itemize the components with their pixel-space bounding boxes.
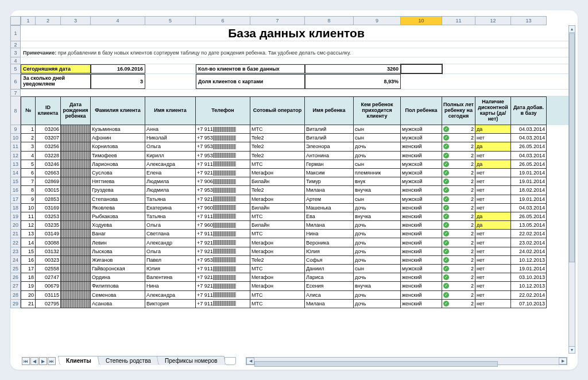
table-row[interactable]: 803015ГруздеваЛюдмила+7 953 Tele2Миланав…	[21, 186, 572, 195]
table-cell[interactable]: Милана	[305, 300, 354, 308]
table-cell[interactable]: Даниил	[305, 265, 354, 273]
table-cell[interactable]: Афонин	[91, 134, 145, 142]
table-cell[interactable]: ✓2	[442, 186, 475, 195]
table-cell[interactable]: Екатерина	[145, 204, 196, 212]
table-cell[interactable]: +7 953	[196, 256, 250, 265]
table-cell[interactable]: мужской	[401, 195, 442, 204]
table-cell[interactable]: 8	[21, 186, 36, 195]
table-cell[interactable]: 03207	[36, 134, 61, 142]
table-cell[interactable]	[61, 273, 91, 282]
table-cell[interactable]: сын	[354, 125, 401, 134]
table-cell[interactable]: Гайворонская	[91, 265, 145, 273]
table-cell[interactable]: нет	[475, 256, 511, 265]
table-cell[interactable]: ✓2	[442, 142, 475, 151]
table-cell[interactable]: 26.05.2014	[511, 142, 547, 151]
table-cell[interactable]: 04.03.2014	[511, 125, 547, 134]
table-cell[interactable]: 26.05.2014	[511, 212, 547, 221]
table-row[interactable]: 403228ТимофеевКирилл+7 953 Tele2Антонина…	[21, 152, 572, 160]
table-cell[interactable]: +7 921	[196, 238, 250, 247]
table-cell[interactable]	[61, 212, 91, 221]
table-cell[interactable]: +7 921	[196, 169, 250, 177]
table-cell[interactable]: Кузьминова	[91, 125, 145, 134]
table-cell[interactable]: 5	[21, 160, 36, 169]
row-header-20[interactable]: 20	[10, 221, 21, 230]
table-header-cell[interactable]: Имя ребенка	[305, 96, 354, 125]
table-cell[interactable]: женский	[401, 291, 442, 300]
row-header-13[interactable]: 13	[10, 160, 21, 169]
table-cell[interactable]: Людмила	[145, 177, 196, 186]
table-cell[interactable]: Мегафон	[250, 273, 305, 282]
table-cell[interactable]: 02795	[36, 300, 61, 308]
table-cell[interactable]: Tele2	[250, 142, 305, 151]
table-header-cell[interactable]: Дата добав. в базу	[511, 96, 547, 125]
table-row[interactable]: 1503132ЛысковаОльга+7 921 МегафонЮлиядоч…	[21, 247, 572, 256]
table-cell[interactable]: 26.05.2014	[511, 160, 547, 169]
table-cell[interactable]: сын	[354, 265, 401, 273]
table-cell[interactable]: дочь	[354, 230, 401, 238]
table-row[interactable]: 303256КорниловаОльга+7 953 Tele2Элеонора…	[21, 142, 572, 151]
row-header-26[interactable]: 26	[10, 273, 21, 282]
table-cell[interactable]: ✓2	[442, 256, 475, 265]
scroll-down-button[interactable]: ▼	[569, 346, 575, 353]
table-cell[interactable]	[61, 247, 91, 256]
table-cell[interactable]: +7 911	[196, 160, 250, 169]
table-cell[interactable]: Виталий	[305, 134, 354, 142]
table-cell[interactable]	[61, 265, 91, 273]
table-cell[interactable]	[61, 195, 91, 204]
table-row[interactable]: 1403088ЛевинАлександр+7 921 МегафонВерон…	[21, 238, 572, 247]
scroll-right-button[interactable]: ▶	[559, 358, 567, 365]
row-header-21[interactable]: 21	[10, 230, 21, 238]
table-cell[interactable]: ✓2	[442, 265, 475, 273]
table-cell[interactable]: 03149	[36, 230, 61, 238]
tab-last-button[interactable]: ⏭	[48, 357, 56, 365]
table-cell[interactable]	[61, 169, 91, 177]
table-cell[interactable]: Левин	[91, 238, 145, 247]
table-cell[interactable]: нет	[475, 204, 511, 212]
table-cell[interactable]: +7 911	[196, 212, 250, 221]
table-cell[interactable]: дочь	[354, 273, 401, 282]
table-row[interactable]: 602663СусловаЕлена+7 921 МегафонМаксимпл…	[21, 169, 572, 177]
table-cell[interactable]: Билайн	[250, 221, 305, 230]
row-header-17[interactable]: 17	[10, 195, 21, 204]
column-header-4[interactable]: 4	[91, 16, 145, 25]
table-cell[interactable]: 03088	[36, 238, 61, 247]
table-cell[interactable]: 03.10.2013	[511, 273, 547, 282]
table-cell[interactable]: Груздева	[91, 186, 145, 195]
table-cell[interactable]: Мегафон	[250, 238, 305, 247]
table-header-cell[interactable]: Полных лет ребенку на сегодня	[442, 96, 475, 125]
table-cell[interactable]: +7 911	[196, 265, 250, 273]
table-cell[interactable]: ✓2	[442, 125, 475, 134]
table-cell[interactable]: 12	[21, 221, 36, 230]
row-header-7[interactable]: 7	[10, 90, 21, 96]
table-cell[interactable]: нет	[475, 177, 511, 186]
row-header-12[interactable]: 12	[10, 152, 21, 160]
table-cell[interactable]: 18	[21, 273, 36, 282]
table-cell[interactable]: да	[475, 125, 511, 134]
table-cell[interactable]: +7 911	[196, 291, 250, 300]
table-cell[interactable]: Мегафон	[250, 282, 305, 290]
table-cell[interactable]: Вероника	[305, 238, 354, 247]
table-cell[interactable]: Татьяна	[145, 212, 196, 221]
table-cell[interactable]: Людмила	[145, 186, 196, 195]
row-header-16[interactable]: 16	[10, 186, 21, 195]
table-cell[interactable]: Максим	[305, 169, 354, 177]
table-cell[interactable]: 22.02.2014	[511, 230, 547, 238]
table-cell[interactable]: женский	[401, 247, 442, 256]
table-cell[interactable]: сын	[354, 160, 401, 169]
row-header-6[interactable]: 6	[10, 74, 21, 90]
table-cell[interactable]: мужской	[401, 265, 442, 273]
table-cell[interactable]: 02558	[36, 265, 61, 273]
table-cell[interactable]: 19.01.2014	[511, 169, 547, 177]
table-cell[interactable]: женский	[401, 238, 442, 247]
table-row[interactable]: 1600323ЖигановПавел+7 953 Tele2Софьядочь…	[21, 256, 572, 265]
table-cell[interactable]	[61, 282, 91, 290]
table-cell[interactable]: ✓2	[442, 300, 475, 308]
table-cell[interactable]: дочь	[354, 300, 401, 308]
table-cell[interactable]: внук	[354, 177, 401, 186]
table-cell[interactable]: 21	[21, 300, 36, 308]
table-cell[interactable]	[61, 238, 91, 247]
table-cell[interactable]	[61, 142, 91, 151]
table-row[interactable]: 1802747ОрдинаВалентина+7 921 МегафонЛари…	[21, 273, 572, 282]
table-header-cell[interactable]: ID клиента	[36, 96, 61, 125]
table-cell[interactable]: ✓2	[442, 247, 475, 256]
